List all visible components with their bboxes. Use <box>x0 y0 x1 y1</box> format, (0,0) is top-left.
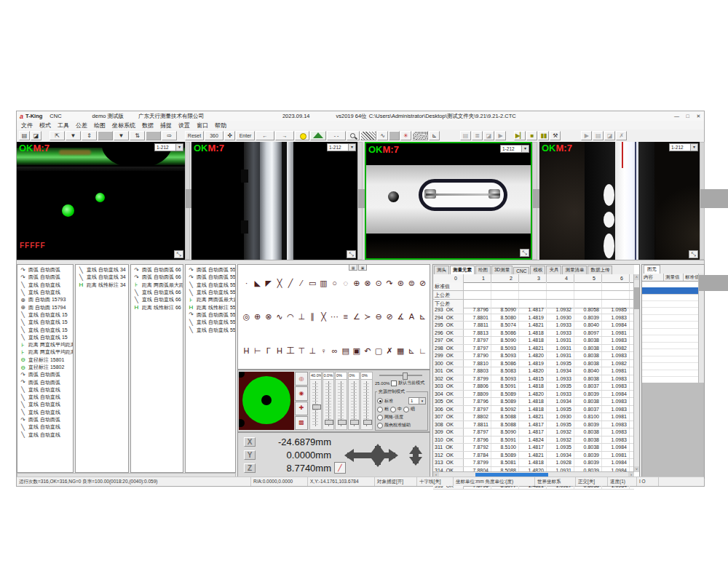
toolbar-button[interactable]: ⚒ <box>550 131 561 140</box>
camera-image-4[interactable]: OKM:7 1-212▾ ⤡ <box>539 142 700 260</box>
column-header[interactable]: 1 <box>464 274 491 282</box>
measure-tool-icon[interactable]: ♀ <box>318 341 329 360</box>
toolbar-button[interactable]: ◪ <box>31 131 41 140</box>
toolbar-button[interactable]: ▤ <box>460 131 471 140</box>
table-tab[interactable]: 3D测量 <box>491 266 513 274</box>
measure-tool-icon[interactable]: ↶ <box>362 341 373 360</box>
feature-item[interactable]: ↷圆弧 自动圆弧 66 <box>131 274 183 281</box>
toolbar-button[interactable]: ■ <box>526 131 537 140</box>
light-mode-button[interactable]: ✚ <box>295 402 308 415</box>
feature-item[interactable]: ⊖直径标注 15801 <box>17 356 73 364</box>
feature-item[interactable]: ⊖直径标注 15802 <box>17 364 73 371</box>
feature-item[interactable]: ↷圆弧 自动圆弧 <box>17 416 73 423</box>
table-row[interactable]: 297OK 7.8797 8.5090 1.4818 1.0931 0.8038… <box>433 337 634 345</box>
feature-item[interactable]: ╲直线 自动直线 55 <box>186 326 235 333</box>
table-row[interactable]: 293OK 7.8796 8.5090 1.4817 1.0932 0.8058… <box>433 306 634 314</box>
toolbar-button[interactable]: ▼ <box>66 131 81 140</box>
feature-item[interactable]: Η距离 线性标注 34 <box>76 282 128 289</box>
table-row[interactable]: 306OK 7.8797 8.5092 1.4818 1.0935 0.8037… <box>433 406 634 414</box>
jog-y-arrow-icon[interactable] <box>375 446 381 465</box>
status-segment[interactable]: 世界坐标系 <box>535 477 576 486</box>
measure-tool-icon[interactable]: ◎ <box>241 307 252 326</box>
feature-item[interactable]: ╲直线 自动直线 55 <box>186 282 235 289</box>
light-channel-slider[interactable]: 40.0% <box>309 372 322 430</box>
measure-tool-icon[interactable]: ∟ <box>417 341 428 360</box>
measure-tool-icon[interactable]: 工 <box>285 341 296 360</box>
toolbar-button[interactable]: ▤ <box>593 131 604 140</box>
camera-scrollbar[interactable] <box>532 142 537 260</box>
table-tab[interactable]: 数据上传 <box>587 266 612 274</box>
column-header[interactable]: 6 <box>602 274 630 282</box>
toolbar-button[interactable] <box>295 131 309 140</box>
toolbar-button[interactable] <box>146 131 161 140</box>
measure-tool-icon[interactable]: ✗ <box>384 341 395 360</box>
measure-tool-icon[interactable]: ⊢ <box>252 341 263 360</box>
palette-mini-button[interactable]: ▦ <box>349 264 357 271</box>
table-row[interactable]: 302OK 7.8799 8.5093 1.4815 1.0933 0.8038… <box>433 375 634 383</box>
feature-item[interactable]: ╲直线 自动直线 <box>17 423 73 431</box>
measure-tool-icon[interactable]: ⊙ <box>373 274 384 292</box>
measure-tool-icon[interactable]: ⊥ <box>296 307 307 326</box>
menu-item[interactable]: 绘图 <box>94 121 106 129</box>
palette-mini-button[interactable]: ▣ <box>358 264 367 271</box>
feature-item[interactable]: ╲直线 自动直线 <box>17 386 73 394</box>
feature-item[interactable]: ╲直线 自动直线 <box>17 282 73 289</box>
feature-item[interactable]: ↷圆弧 自动圆弧 <box>17 378 73 386</box>
measure-tool-icon[interactable]: ⊗ <box>362 274 373 292</box>
measure-tool-icon[interactable]: ◣ <box>252 274 263 292</box>
table-row[interactable]: 312OK 7.8784 8.5089 1.4821 1.0934 0.8039… <box>433 452 634 460</box>
status-segment[interactable]: 坐标单位:mm 角度单位:(度) <box>454 477 535 486</box>
measure-tool-icon[interactable]: ▢ <box>373 341 384 360</box>
resize-handle-icon[interactable]: ⤡ <box>347 250 356 258</box>
measure-tool-icon[interactable]: H <box>274 341 285 360</box>
toolbar-button[interactable]: ◪ <box>483 131 494 140</box>
measure-tool-icon[interactable]: ∿ <box>274 307 285 326</box>
measure-tool-icon[interactable]: ⊛ <box>395 274 406 292</box>
toolbar-button[interactable]: Enter <box>236 131 255 140</box>
camera-scrollbar[interactable] <box>700 142 705 260</box>
measure-tool-icon[interactable]: ▭ <box>307 274 318 292</box>
feature-item[interactable]: ╲直线 自动直线 <box>17 289 73 296</box>
table-row[interactable]: 304OK 7.8809 8.5089 1.4820 1.0933 0.8039… <box>433 391 634 399</box>
light-channel-slider[interactable]: 0% <box>335 372 347 430</box>
feature-item[interactable]: ⊦距离 两圆弧最大距离 <box>186 296 235 303</box>
toolbar-button[interactable] <box>360 131 376 140</box>
feature-item[interactable]: ╲直线 自动直线 15 <box>17 326 73 333</box>
measure-tool-icon[interactable]: ≻ <box>362 307 373 326</box>
selected-row[interactable] <box>642 287 699 295</box>
camera-view-1[interactable]: OKM:7 FFFFF 1-212▾ ⤡ <box>17 142 190 260</box>
measure-tool-icon[interactable]: ○ <box>329 274 340 292</box>
toolbar-button[interactable] <box>347 131 360 140</box>
menu-item[interactable]: 捕捉 <box>160 121 172 129</box>
measure-tool-icon[interactable]: ⊘ <box>417 274 428 292</box>
measure-tool-icon[interactable]: ▣ <box>351 341 362 360</box>
toolbar-button[interactable] <box>310 131 326 140</box>
feature-item[interactable]: Η距离 线性标注 66 <box>131 303 183 311</box>
measure-tool-icon[interactable]: ◤ <box>263 274 274 292</box>
toolbar-button[interactable]: ≣ <box>472 131 483 140</box>
ring-light-indicator[interactable] <box>239 372 294 430</box>
feature-list-4[interactable]: ↷圆弧 自动圆弧 55↷圆弧 自动圆弧 55╲直线 自动直线 55╲直线 自动直… <box>185 264 236 473</box>
measure-tool-icon[interactable]: ⊾ <box>406 341 417 360</box>
feature-item[interactable]: ↷圆弧 自动圆弧 55 <box>186 274 235 281</box>
slider-thumb[interactable] <box>312 404 321 410</box>
maximize-button[interactable]: □ <box>682 113 693 119</box>
feature-item[interactable]: ╲直线 自动直线 <box>17 409 73 416</box>
medium-radio[interactable] <box>390 407 396 412</box>
table-row[interactable]: 310OK 7.8796 8.5091 1.4824 1.0932 0.8038… <box>433 437 634 445</box>
toolbar-button[interactable] <box>412 131 428 140</box>
resize-handle-icon[interactable]: ⤡ <box>520 249 529 257</box>
measure-tool-icon[interactable]: ⊤ <box>296 341 307 360</box>
resize-handle-icon[interactable]: ⤡ <box>174 250 183 258</box>
toolbar-button[interactable]: ⇨ <box>162 131 177 140</box>
measure-tool-icon[interactable]: ◠ <box>285 307 296 326</box>
grid-intensity-radio[interactable] <box>377 415 383 420</box>
table-row[interactable]: 296OK 7.8813 8.5086 1.4818 1.0933 0.8097… <box>433 330 634 338</box>
measure-tool-icon[interactable]: ∥ <box>307 307 318 326</box>
feature-list-1[interactable]: ↷圆弧 自动圆弧↷圆弧 自动圆弧╲直线 自动直线╲直线 自动直线⊕圆 自动圆 1… <box>17 264 74 473</box>
standard-radio[interactable] <box>377 398 383 404</box>
measure-tool-icon[interactable]: ⊖ <box>373 307 384 326</box>
table-tab[interactable]: 夹具 <box>546 266 561 274</box>
toolbar-button[interactable] <box>42 131 49 140</box>
feature-item[interactable]: ╲直线 自动直线 15 <box>17 319 73 326</box>
